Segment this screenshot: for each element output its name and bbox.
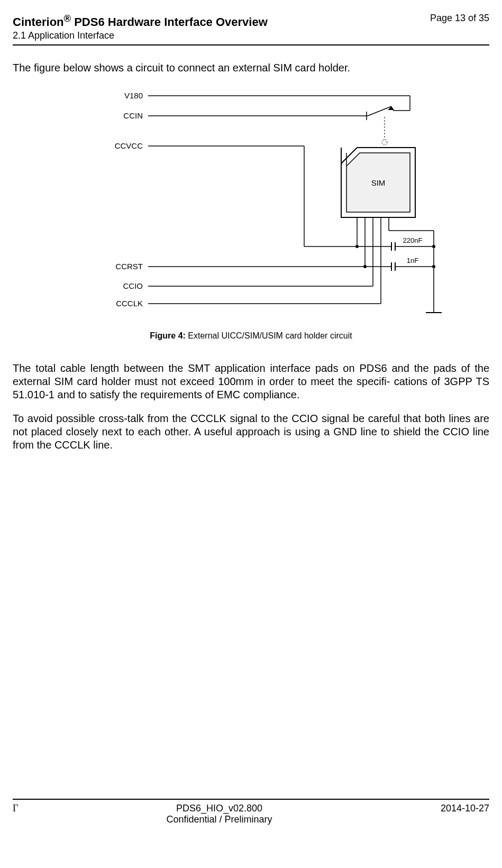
page-header: Cinterion® PDS6 Hardware Interface Overv… — [13, 13, 489, 45]
header-left: Cinterion® PDS6 Hardware Interface Overv… — [13, 13, 268, 41]
figure-text: External UICC/SIM/USIM card holder circu… — [186, 331, 352, 340]
footer-left: Γ — [13, 803, 29, 825]
footer-doc-id: PDS6_HIO_v02.800 — [176, 803, 262, 814]
title-suffix: PDS6 Hardware Interface Overview — [71, 15, 268, 29]
intro-paragraph: The figure below shows a circuit to conn… — [13, 61, 489, 75]
label-ccin: CCIN — [123, 111, 143, 120]
switch-arrow — [388, 106, 394, 110]
label-cap1: 220nF — [403, 236, 422, 244]
label-ccclk: CCCLK — [116, 299, 143, 308]
figure-label: Figure 4: — [150, 331, 186, 340]
paragraph-1: The total cable length between the SMT a… — [13, 362, 489, 401]
doc-title: Cinterion® PDS6 Hardware Interface Overv… — [13, 13, 268, 29]
page: Cinterion® PDS6 Hardware Interface Overv… — [0, 0, 502, 836]
label-ccrst: CCRST — [115, 262, 143, 271]
figure-caption: Figure 4: External UICC/SIM/USIM card ho… — [13, 331, 489, 341]
paragraph-2: To avoid possible cross-talk from the CC… — [13, 412, 489, 452]
page-footer: Γ PDS6_HIO_v02.800 Confidential / Prelim… — [13, 799, 489, 825]
label-cap2: 1nF — [406, 257, 418, 264]
section-title: 2.1 Application Interface — [13, 30, 268, 41]
footer-confidential: Confidential / Preliminary — [166, 814, 272, 825]
page-number: Page 13 of 35 — [430, 13, 489, 24]
footer-date: 2014-10-27 — [410, 803, 489, 825]
registered-mark: ® — [64, 13, 71, 24]
label-ccio: CCIO — [123, 281, 143, 290]
figure-container: V180 CCIN CCVCC CCRST CCIO CCCLK SI — [13, 85, 489, 341]
label-ccvcc: CCVCC — [114, 141, 143, 150]
footer-center: PDS6_HIO_v02.800 Confidential / Prelimin… — [29, 803, 410, 825]
label-sim: SIM — [371, 178, 385, 187]
circuit-diagram: V180 CCIN CCVCC CCRST CCIO CCCLK SI — [61, 85, 442, 323]
switch-button — [382, 140, 387, 145]
label-v180: V180 — [124, 91, 142, 100]
switch-arm — [368, 106, 391, 116]
title-prefix: Cinterion — [13, 15, 64, 29]
